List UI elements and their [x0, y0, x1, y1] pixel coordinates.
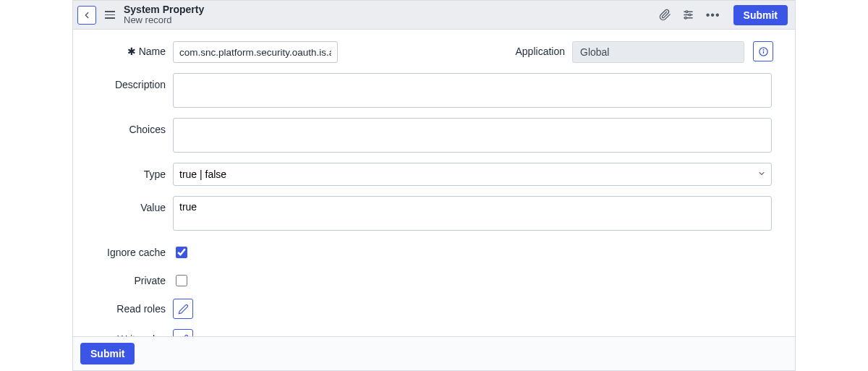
page-subtitle: New record [124, 15, 204, 25]
type-label: Type [95, 163, 173, 180]
form-body: ✱Name Application Global Description Cho… [73, 30, 795, 336]
info-icon [758, 46, 769, 57]
svg-point-3 [689, 14, 691, 16]
choices-label: Choices [95, 118, 173, 135]
row-description: Description [95, 73, 773, 108]
attachments-button[interactable] [657, 7, 674, 24]
type-select[interactable]: true | false [173, 163, 772, 186]
required-star-icon: ✱ [127, 46, 136, 57]
sliders-icon [682, 9, 694, 21]
header-submit-button[interactable]: Submit [733, 5, 788, 25]
private-checkbox[interactable] [176, 275, 187, 286]
pencil-icon [178, 304, 189, 315]
name-label: Name [139, 46, 166, 57]
description-label: Description [95, 73, 173, 90]
choices-input[interactable] [173, 118, 772, 153]
more-actions-button[interactable]: ••• [703, 9, 723, 22]
row-name-application: ✱Name Application Global [95, 41, 773, 63]
private-label: Private [95, 269, 173, 286]
name-label-wrap: ✱Name [95, 41, 173, 57]
record-form-frame: System Property New record ••• Submit ✱N… [72, 0, 796, 371]
application-value: Global [572, 41, 744, 63]
settings-button[interactable] [680, 7, 697, 24]
value-input[interactable] [173, 196, 772, 231]
name-input[interactable] [173, 41, 338, 63]
svg-point-1 [686, 11, 688, 13]
chevron-left-icon [82, 10, 92, 20]
row-private: Private [95, 269, 773, 289]
application-label: Application [516, 41, 573, 57]
context-menu-button[interactable] [102, 8, 118, 22]
type-select-wrap: true | false [173, 163, 772, 186]
footer-submit-button[interactable]: Submit [80, 343, 135, 364]
value-label: Value [95, 196, 173, 213]
row-choices: Choices [95, 118, 773, 153]
paperclip-icon [659, 9, 671, 21]
form-footer: Submit [73, 336, 795, 370]
row-ignore-cache: Ignore cache [95, 241, 773, 260]
row-type: Type true | false [95, 163, 773, 186]
svg-point-8 [763, 49, 764, 50]
description-input[interactable] [173, 73, 772, 108]
write-roles-edit-button[interactable] [173, 329, 193, 336]
application-info-button[interactable] [753, 41, 773, 61]
read-roles-edit-button[interactable] [173, 299, 193, 319]
row-read-roles: Read roles [95, 297, 773, 319]
read-roles-label: Read roles [95, 297, 173, 315]
title-block: System Property New record [124, 4, 204, 26]
write-roles-label: Write roles [95, 328, 173, 336]
row-value: Value [95, 196, 773, 231]
row-write-roles: Write roles [95, 328, 773, 336]
page-title: System Property [124, 4, 204, 15]
svg-point-5 [685, 17, 687, 19]
back-button[interactable] [77, 6, 96, 25]
ignore-cache-label: Ignore cache [95, 241, 173, 258]
form-header: System Property New record ••• Submit [73, 1, 795, 30]
ignore-cache-checkbox[interactable] [176, 247, 187, 258]
